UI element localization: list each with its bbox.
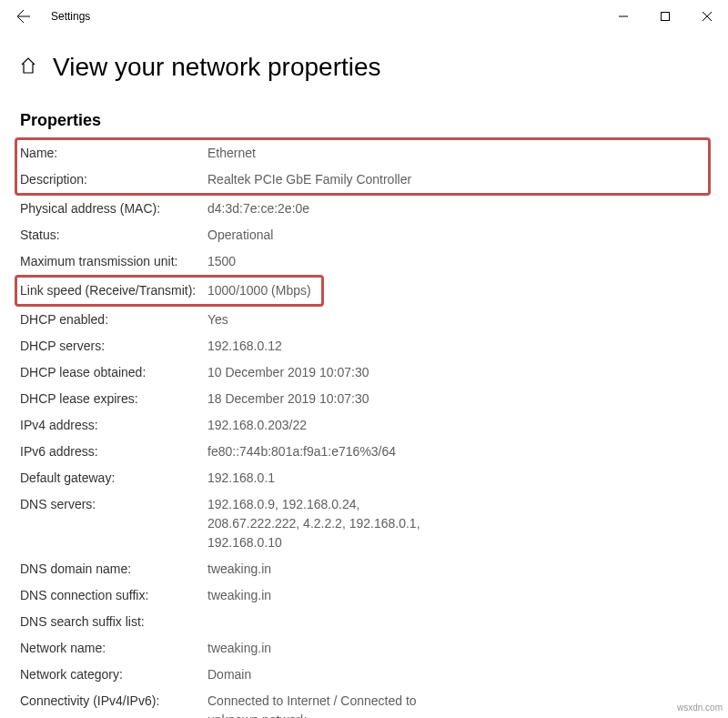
prop-label: Description: — [20, 170, 207, 189]
highlight-link-speed: Link speed (Receive/Transmit): 1000/1000… — [15, 275, 324, 307]
home-icon[interactable] — [20, 57, 36, 77]
prop-dhcp-expires: DHCP lease expires: 18 December 2019 10:… — [20, 386, 708, 412]
prop-label: IPv4 address: — [20, 416, 207, 435]
prop-label: DNS domain name: — [20, 560, 207, 579]
prop-label: DHCP lease obtained: — [20, 363, 207, 382]
window-controls — [602, 2, 728, 31]
prop-value: Operational — [207, 226, 273, 245]
title-bar: Settings — [0, 0, 728, 33]
prop-label: Default gateway: — [20, 469, 207, 488]
close-icon — [703, 12, 712, 21]
maximize-button[interactable] — [644, 2, 686, 31]
prop-value: Realtek PCIe GbE Family Controller — [207, 170, 411, 189]
prop-dhcp-enabled: DHCP enabled: Yes — [20, 307, 708, 333]
prop-ipv6: IPv6 address: fe80::744b:801a:f9a1:e716%… — [20, 439, 708, 465]
prop-dns-domain: DNS domain name: tweaking.in — [20, 556, 708, 582]
page-title: View your network properties — [53, 53, 381, 82]
back-button[interactable] — [7, 0, 40, 33]
prop-value: 1000/1000 (Mbps) — [207, 281, 311, 300]
window-title: Settings — [51, 10, 90, 23]
properties-list: Name: Ethernet Description: Realtek PCIe… — [0, 137, 728, 718]
prop-ipv4: IPv4 address: 192.168.0.203/22 — [20, 412, 708, 439]
prop-value: Connected to Internet / Connected to unk… — [207, 692, 435, 718]
prop-value: tweaking.in — [207, 560, 271, 579]
prop-value: Domain — [207, 665, 251, 684]
prop-label: Status: — [20, 226, 207, 245]
prop-value: 10 December 2019 10:07:30 — [207, 363, 369, 382]
prop-value: tweaking.in — [207, 586, 271, 605]
prop-mtu: Maximum transmission unit: 1500 — [20, 248, 708, 275]
prop-value: 192.168.0.9, 192.168.0.24, 208.67.222.22… — [207, 495, 435, 552]
highlight-name-desc: Name: Ethernet Description: Realtek PCIe… — [15, 137, 711, 196]
prop-value: d4:3d:7e:ce:2e:0e — [207, 199, 309, 218]
prop-label: Name: — [20, 144, 207, 163]
prop-value: 1500 — [207, 252, 236, 271]
prop-value: 192.168.0.12 — [207, 337, 282, 356]
prop-net-cat: Network category: Domain — [20, 662, 708, 688]
prop-mac: Physical address (MAC): d4:3d:7e:ce:2e:0… — [20, 196, 708, 222]
prop-dhcp-servers: DHCP servers: 192.168.0.12 — [20, 333, 708, 359]
prop-label: Connectivity (IPv4/IPv6): — [20, 692, 207, 718]
prop-value: 192.168.0.1 — [207, 469, 275, 488]
prop-link-speed: Link speed (Receive/Transmit): 1000/1000… — [20, 278, 321, 304]
prop-label: Physical address (MAC): — [20, 199, 207, 218]
prop-connectivity: Connectivity (IPv4/IPv6): Connected to I… — [20, 688, 708, 718]
prop-gateway: Default gateway: 192.168.0.1 — [20, 465, 708, 491]
prop-value: fe80::744b:801a:f9a1:e716%3/64 — [207, 442, 396, 461]
prop-value: 18 December 2019 10:07:30 — [207, 389, 369, 409]
maximize-icon — [661, 12, 670, 21]
prop-label: DHCP enabled: — [20, 310, 207, 329]
prop-dhcp-obtained: DHCP lease obtained: 10 December 2019 10… — [20, 359, 708, 386]
prop-label: DNS connection suffix: — [20, 586, 207, 605]
prop-value: 192.168.0.203/22 — [207, 416, 307, 435]
section-title: Properties — [20, 111, 728, 130]
prop-value: Yes — [207, 310, 228, 329]
prop-label: Network name: — [20, 639, 207, 658]
prop-label: Network category: — [20, 665, 207, 684]
prop-label: DNS servers: — [20, 495, 207, 552]
prop-value: tweaking.in — [207, 639, 271, 658]
back-arrow-icon — [16, 9, 31, 24]
prop-dns-servers: DNS servers: 192.168.0.9, 192.168.0.24, … — [20, 491, 708, 556]
page-header: View your network properties — [0, 33, 728, 91]
watermark: wsxdn.com — [677, 703, 723, 713]
close-button[interactable] — [686, 2, 728, 31]
prop-dns-suffix: DNS connection suffix: tweaking.in — [20, 582, 708, 609]
prop-label: DHCP lease expires: — [20, 389, 207, 409]
prop-label: DHCP servers: — [20, 337, 207, 356]
prop-description: Description: Realtek PCIe GbE Family Con… — [20, 167, 708, 193]
prop-label: Maximum transmission unit: — [20, 252, 207, 271]
prop-label: IPv6 address: — [20, 442, 207, 461]
minimize-button[interactable] — [602, 2, 644, 31]
svg-rect-1 — [662, 13, 670, 21]
prop-value: Ethernet — [207, 144, 256, 163]
prop-label: DNS search suffix list: — [20, 612, 207, 632]
prop-dns-search: DNS search suffix list: — [20, 609, 708, 635]
minimize-icon — [619, 12, 628, 21]
prop-status: Status: Operational — [20, 222, 708, 248]
prop-net-name: Network name: tweaking.in — [20, 635, 708, 662]
prop-label: Link speed (Receive/Transmit): — [20, 281, 207, 300]
prop-name: Name: Ethernet — [20, 140, 708, 167]
